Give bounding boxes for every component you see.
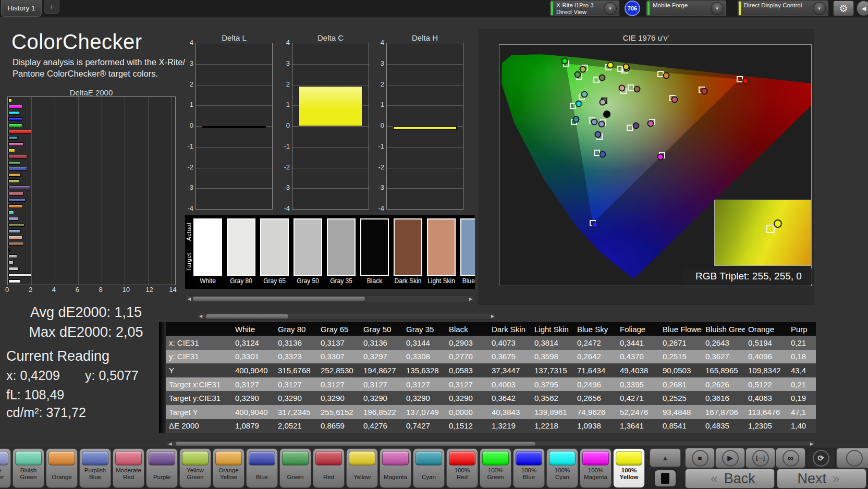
pattern-button-purple[interactable]: Purple — [146, 448, 178, 488]
table-cell: 1,40 — [788, 421, 816, 430]
reading-count-badge[interactable]: 706 — [625, 1, 640, 16]
table-cell: 0,3137 — [317, 338, 360, 347]
swatch-scroll-thumb[interactable] — [193, 297, 365, 301]
inset-target-square — [766, 225, 775, 233]
table-cell: 194,8627 — [360, 366, 403, 375]
pattern-button-purplish-blue[interactable]: PurplishBlue — [79, 448, 111, 488]
table-cell: 0,3127 — [403, 380, 446, 389]
scroll-right-icon[interactable]: ▶ — [810, 441, 813, 447]
swatch-scrollbar[interactable]: ◀ ▶ — [185, 295, 475, 302]
chevron-down-icon[interactable]: ▼ — [711, 2, 724, 15]
pattern-button-yellow-green[interactable]: YellowGreen — [179, 448, 211, 488]
refresh-button[interactable]: ⟳ — [806, 448, 836, 468]
gear-icon: ⚙ — [839, 3, 848, 15]
pattern-color-chip — [349, 451, 375, 466]
table-cell: 0,2903 — [446, 338, 488, 347]
delta-y-tick: 1 — [277, 101, 290, 108]
pattern-button-magenta[interactable]: Magenta — [380, 448, 411, 488]
reading-cdm2: cd/m²: 371,72 — [6, 405, 86, 420]
table-bottom-scroll-thumb[interactable] — [176, 442, 535, 446]
table-cell: 113,6476 — [745, 408, 788, 417]
pattern-button-green[interactable]: Green — [279, 448, 311, 488]
pattern-button-moderate-red[interactable]: ModerateRed — [113, 448, 144, 488]
swatch-black: Black — [360, 218, 389, 285]
meter-dropdown[interactable]: X-Rite i1Pro 3 Direct View ▼ — [550, 1, 619, 16]
cie-measured-circle — [599, 74, 606, 81]
pattern-button-yellow[interactable]: Yellow — [346, 448, 378, 488]
play-button[interactable]: ▶ — [715, 448, 745, 468]
table-top-scroll-thumb[interactable] — [206, 314, 288, 319]
pattern-button-label: 100%Green — [480, 467, 511, 481]
settings-button[interactable]: ⚙ — [833, 1, 854, 16]
workflow-dropdown[interactable]: Direct Display Control ▼ — [738, 1, 828, 16]
pattern-color-chip — [215, 451, 242, 466]
pattern-button-orange[interactable]: Orange — [46, 448, 78, 488]
chevron-down-icon[interactable]: ▼ — [604, 2, 617, 15]
display-pattern-window-button[interactable] — [653, 469, 677, 488]
table-cell: 0,18 — [788, 352, 816, 361]
table-cell: 1,0938 — [574, 421, 617, 430]
table-cell: 0,2681 — [659, 380, 702, 389]
pattern-button-label: ModerateRed — [113, 467, 144, 481]
pattern-button-100--cyan[interactable]: 100%Cyan — [546, 448, 578, 488]
delta-y-tick: 4 — [372, 39, 384, 46]
scroll-left-icon[interactable]: ◀ — [188, 296, 191, 302]
source-dropdown[interactable]: Mobile Forge ▼ — [646, 1, 726, 16]
pattern-button-100--magenta[interactable]: 100%Magenta — [580, 448, 612, 488]
pattern-button-100--blue[interactable]: 100%Blue — [513, 448, 545, 488]
back-button[interactable]: « Back — [685, 469, 775, 488]
extra-transport-button[interactable] — [836, 448, 868, 468]
table-cell: 0,2515 — [659, 352, 702, 361]
pattern-button-label: BlueFlower — [0, 467, 10, 481]
pattern-button-blue[interactable]: Blue — [246, 448, 278, 488]
collapse-panel-button[interactable]: ◀ — [857, 1, 868, 16]
cie-measured-circle — [663, 72, 669, 79]
pattern-color-chip — [282, 451, 309, 466]
pattern-button-cyan[interactable]: Cyan — [413, 448, 445, 488]
table-cell: 0,4096 — [745, 352, 788, 361]
table-cell: 71,6434 — [574, 366, 617, 375]
cie-zoom-inset — [714, 200, 811, 266]
next-button[interactable]: Next » — [777, 469, 866, 488]
table-cell: 109,8342 — [745, 366, 788, 375]
pattern-button-100--yellow[interactable]: 100%Yellow — [613, 448, 645, 488]
cie-measured-circle — [742, 77, 749, 84]
delta-y-tick: -4 — [277, 204, 290, 212]
chevron-down-icon[interactable]: ▼ — [813, 2, 826, 15]
pattern-button-bluish-green[interactable]: BluishGreen — [13, 448, 44, 488]
collapse-left-icon: ◀ — [862, 5, 866, 12]
deltae-bar — [8, 217, 18, 221]
continuous-read-button[interactable]: ∞ — [776, 448, 805, 468]
table-cell: 0,8659 — [317, 421, 360, 430]
pattern-color-chip — [82, 451, 108, 466]
delta-y-tick: -3 — [181, 184, 193, 191]
delta-value-bar — [202, 126, 266, 128]
deltae-gridline — [172, 97, 172, 285]
tab-history-1[interactable]: History 1 — [1, 0, 42, 17]
deltae-x-tick: 0 — [5, 286, 9, 294]
pattern-list-up-button[interactable]: ▲ — [650, 448, 681, 467]
scroll-left-icon[interactable]: ◀ — [199, 313, 202, 320]
deltae-bar — [8, 273, 32, 277]
pattern-button-100--green[interactable]: 100%Green — [480, 448, 511, 488]
pattern-button-red[interactable]: Red — [313, 448, 345, 488]
deltae-x-tick: 6 — [76, 286, 79, 294]
pattern-button-orange-yellow[interactable]: OrangeYellow — [213, 448, 244, 488]
scroll-left-icon[interactable]: ◀ — [168, 441, 172, 447]
window-pattern-icon: [—] — [756, 455, 765, 461]
stop-button[interactable]: ■ — [685, 448, 715, 468]
scroll-right-icon[interactable]: ▶ — [469, 296, 472, 302]
pattern-button-label: 100%Yellow — [614, 467, 644, 481]
window-pattern-button[interactable]: [—] — [745, 448, 775, 468]
table-cell: 0,2496 — [574, 380, 617, 389]
new-tab-button[interactable]: + — [44, 0, 59, 14]
table-bottom-scrollbar[interactable]: ◀ ▶ — [166, 441, 816, 447]
delta-y-tick: -1 — [277, 142, 290, 150]
table-top-scrollbar[interactable]: ◀ ▶ — [197, 313, 496, 320]
scroll-right-icon[interactable]: ▶ — [491, 313, 494, 320]
pattern-button-100--red[interactable]: 100%Red — [446, 448, 478, 488]
delta-y-tick: 0 — [372, 121, 384, 129]
table-cell: 252,8530 — [317, 366, 360, 375]
delta-gridline — [387, 85, 463, 85]
pattern-button-blue-flower[interactable]: BlueFlower — [0, 448, 11, 488]
